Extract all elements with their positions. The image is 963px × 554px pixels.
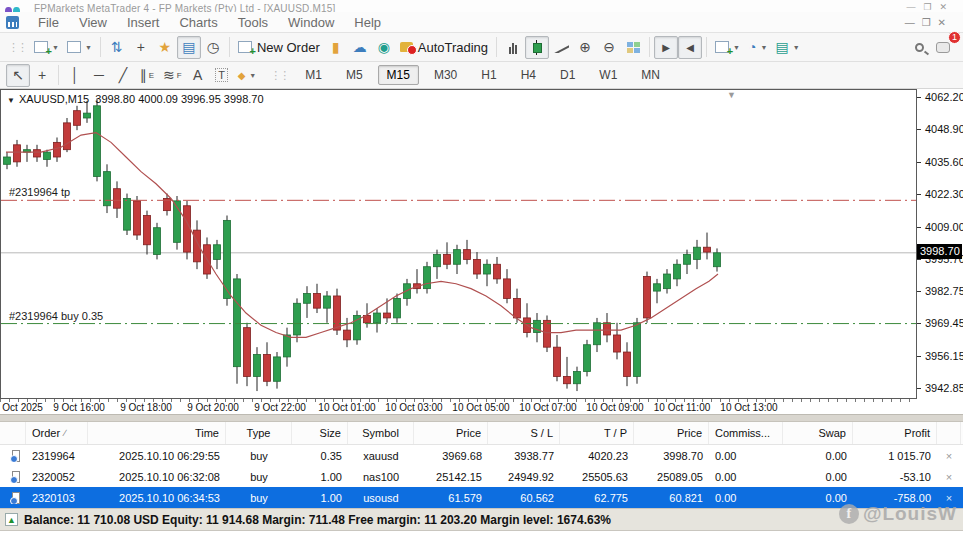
bar-chart-button[interactable]	[501, 36, 525, 59]
column-header-order[interactable]: Order∕	[26, 422, 88, 444]
timeframe-m30[interactable]: M30	[425, 65, 466, 85]
channel-button[interactable]: ∥E	[135, 64, 159, 87]
menu-bar: FileViewInsertChartsToolsWindowHelp —❐✕	[0, 12, 963, 33]
price-tick-label: 4062.20	[925, 91, 963, 103]
indicators-button[interactable]: +▼	[711, 36, 744, 59]
crosshair-button[interactable]: +	[30, 64, 54, 87]
time-axis[interactable]: 9 Oct 20259 Oct 16:009 Oct 18:009 Oct 20…	[0, 399, 963, 414]
timeframe-d1[interactable]: D1	[551, 65, 584, 85]
text-button[interactable]: A	[186, 64, 210, 87]
price-axis[interactable]: 4062.204048.904035.604022.304009.003995.…	[917, 89, 963, 399]
price-tick-mark	[917, 129, 921, 130]
column-header-time[interactable]: Time	[88, 422, 226, 444]
horizontal-line-button[interactable]: ─	[87, 64, 111, 87]
templates-button[interactable]: ▤▼	[771, 36, 803, 59]
market-watch-button[interactable]: ⇅	[105, 36, 129, 59]
scroll-end-marker-icon[interactable]: ▼	[727, 90, 736, 100]
column-header-profit[interactable]: Profit	[853, 422, 937, 444]
timeframe-m15[interactable]: M15	[378, 65, 419, 85]
chart-ohlc: 3998.80 4000.09 3996.95 3998.70	[95, 93, 263, 105]
close-order-icon[interactable]: ×	[937, 492, 961, 504]
zoom-in-button[interactable]: ⊕	[573, 36, 597, 59]
line-chart-button[interactable]	[549, 36, 573, 59]
zoom-out-button[interactable]: ⊖	[597, 36, 621, 59]
vertical-line-button[interactable]: │	[63, 64, 87, 87]
navigator-icon: ★	[159, 39, 172, 55]
strategy-tester-button[interactable]: ◷	[201, 36, 225, 59]
chart-shift-button[interactable]: ◀	[678, 36, 702, 59]
trendline-button[interactable]: ╱	[111, 64, 135, 87]
cell-time: 2025.10.10 06:29:55	[88, 450, 226, 462]
timeframe-mn[interactable]: MN	[632, 65, 669, 85]
menu-item-charts[interactable]: Charts	[169, 13, 227, 32]
cell-price2: 25089.05	[634, 471, 709, 483]
menu-item-help[interactable]: Help	[344, 13, 391, 32]
timeframe-w1[interactable]: W1	[590, 65, 626, 85]
chevron-down-icon[interactable]: ▼	[7, 96, 15, 105]
timeframe-m5[interactable]: M5	[337, 65, 372, 85]
search-button[interactable]	[907, 36, 931, 59]
new-chart-button[interactable]: +▼	[30, 36, 63, 59]
close-order-icon[interactable]: ×	[937, 471, 961, 483]
tp-order-line-label[interactable]: #2319964 tp	[9, 186, 70, 198]
signals-button[interactable]: ◉	[372, 36, 396, 59]
time-tick-label: 10 Oct 13:00	[720, 402, 777, 413]
price-chart-svg	[1, 90, 916, 398]
column-header-tp[interactable]: T / P	[560, 422, 634, 444]
text-label-button[interactable]: T	[210, 64, 234, 87]
expert-advisors-button[interactable]: ☁	[348, 36, 372, 59]
column-header-symbol[interactable]: Symbol	[348, 422, 414, 444]
menu-item-file[interactable]: File	[28, 13, 69, 32]
mdi-window-controls[interactable]: —❐✕	[905, 17, 953, 28]
arrows-button[interactable]: ◆▼	[234, 64, 261, 87]
header-icon-cell	[0, 422, 26, 444]
autotrading-icon	[400, 42, 413, 52]
toolbar-drag-handle[interactable]: ⋮⋮	[8, 41, 26, 54]
cursor-button[interactable]: ↖	[6, 64, 30, 87]
zoom-in-icon: ⊕	[579, 39, 591, 55]
column-header-price[interactable]: Price	[414, 422, 488, 444]
window-controls[interactable]: —❐✕	[906, 2, 955, 12]
metaeditor-icon: ▮	[332, 39, 340, 55]
order-row-2319964[interactable]: 23199642025.10.10 06:29:55buy0.35xauusd3…	[0, 445, 963, 466]
cell-symbol: nas100	[348, 471, 414, 483]
column-header-size[interactable]: Size	[292, 422, 348, 444]
panel-splitter[interactable]	[0, 414, 963, 422]
notifications-button[interactable]: 1	[931, 36, 955, 59]
order-row-2320052[interactable]: 23200522025.10.10 06:32:08buy1.00nas1002…	[0, 466, 963, 487]
line-studies-toolbar: ↖ + │ ─ ╱ ∥E ≋F A T ◆▼ ⋮⋮ M1M5M15M30H1H4…	[0, 62, 963, 89]
periods-button[interactable]: ◔▼	[744, 36, 771, 59]
orders-table-header[interactable]: Order∕TimeTypeSizeSymbolPriceS / LT / PP…	[0, 422, 963, 445]
menu-item-tools[interactable]: Tools	[228, 13, 278, 32]
menu-item-insert[interactable]: Insert	[117, 13, 170, 32]
minimize-icon: —	[906, 2, 923, 12]
candlestick-chart-button[interactable]	[525, 36, 549, 59]
column-header-type[interactable]: Type	[226, 422, 292, 444]
column-header-sl[interactable]: S / L	[488, 422, 560, 444]
close-order-icon[interactable]: ×	[937, 450, 961, 462]
auto-scroll-button[interactable]: ▶	[654, 36, 678, 59]
column-header-commiss[interactable]: Commiss...	[709, 422, 783, 444]
tile-windows-button[interactable]	[621, 36, 645, 59]
order-row-2320103[interactable]: 23201032025.10.10 06:34:53buy1.00usousd6…	[0, 487, 963, 508]
metaeditor-button[interactable]: ▮	[324, 36, 348, 59]
menu-item-view[interactable]: View	[69, 13, 117, 32]
terminal-button[interactable]: ▤	[177, 36, 201, 59]
timeframe-h4[interactable]: H4	[512, 65, 545, 85]
buy-order-line-label[interactable]: #2319964 buy 0.35	[9, 310, 103, 322]
price-tick-label: 3942.85	[925, 382, 963, 394]
column-header-price[interactable]: Price	[634, 422, 709, 444]
column-header-swap[interactable]: Swap	[783, 422, 853, 444]
autotrading-button[interactable]: AutoTrading	[396, 36, 492, 59]
cursor-icon: ↖	[12, 67, 24, 83]
toolbar-drag-handle[interactable]: ⋮⋮	[270, 69, 288, 82]
chart-plot[interactable]: ▼XAUUSD,M15 3998.80 4000.09 3996.95 3998…	[0, 89, 917, 399]
menu-item-window[interactable]: Window	[278, 13, 344, 32]
data-window-button[interactable]: +	[129, 36, 153, 59]
timeframe-h1[interactable]: H1	[472, 65, 505, 85]
profiles-button[interactable]: ▼	[63, 36, 96, 59]
fibonacci-button[interactable]: ≋F	[159, 64, 186, 87]
new-order-button[interactable]: +New Order	[234, 36, 324, 59]
timeframe-m1[interactable]: M1	[296, 65, 331, 85]
navigator-button[interactable]: ★	[153, 36, 177, 59]
